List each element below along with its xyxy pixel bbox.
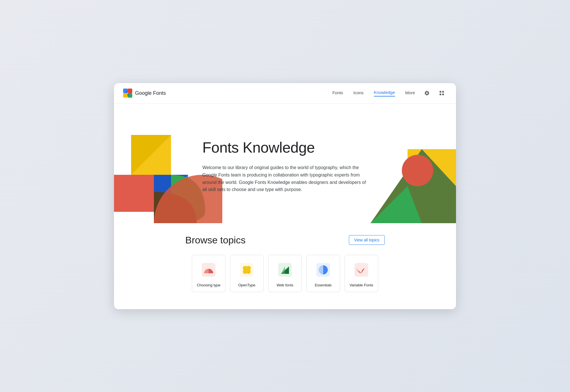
topic-label-opentype: OpenType <box>238 283 255 287</box>
svg-point-16 <box>402 155 433 186</box>
browse-header: Browse topics View all topics <box>185 235 385 246</box>
svg-rect-8 <box>114 175 154 212</box>
topic-icon-choosing-type <box>199 261 218 279</box>
topic-card-choosing-type[interactable]: Choosing type <box>192 255 225 292</box>
svg-rect-18 <box>240 263 254 277</box>
topic-card-web-fonts[interactable]: Web fonts <box>268 255 302 292</box>
grid-icon <box>439 90 445 96</box>
nav-link-knowledge[interactable]: Knowledge <box>374 90 395 97</box>
settings-button[interactable] <box>422 88 432 98</box>
illustration-right <box>370 149 456 223</box>
hero-title: Fonts Knowledge <box>202 139 368 156</box>
topic-cards: Choosing type OpenType <box>137 255 433 292</box>
logo-text: Google Fonts <box>135 90 166 96</box>
nav-link-icons[interactable]: Icons <box>353 90 364 96</box>
topic-label-variable-fonts: Variable Fonts <box>350 283 373 287</box>
hero-description: Welcome to our library of original guide… <box>202 164 368 193</box>
browse-title: Browse topics <box>185 235 246 246</box>
browse-section: Browse topics View all topics Choosing t… <box>114 223 456 309</box>
nav-link-more[interactable]: More <box>405 90 415 96</box>
svg-point-22 <box>246 269 251 274</box>
topic-icon-opentype <box>238 261 256 279</box>
hero-content: Fonts Knowledge Welcome to our library o… <box>202 139 368 193</box>
settings-icon <box>424 90 430 96</box>
topic-label-choosing-type: Choosing type <box>197 283 220 287</box>
topic-card-variable-fonts[interactable]: Variable Fonts <box>345 255 378 292</box>
grid-button[interactable] <box>437 88 447 98</box>
svg-rect-1 <box>128 89 132 93</box>
topic-label-essentials: Essentials <box>315 283 331 287</box>
logo-area[interactable]: Google Fonts <box>123 89 166 98</box>
svg-rect-2 <box>123 93 128 98</box>
browser-window: Google Fonts Fonts Icons Knowledge More <box>114 83 456 309</box>
topic-icon-variable-fonts <box>352 261 370 279</box>
google-fonts-logo <box>123 89 132 98</box>
nav-link-fonts[interactable]: Fonts <box>332 90 343 96</box>
topic-icon-essentials <box>314 261 332 279</box>
nav-icons <box>422 88 447 98</box>
topic-card-essentials[interactable]: Essentials <box>306 255 340 292</box>
view-all-topics-button[interactable]: View all topics <box>349 235 385 245</box>
topic-icon-web-fonts <box>276 261 294 279</box>
navbar: Google Fonts Fonts Icons Knowledge More <box>114 83 456 104</box>
hero-section: Fonts Knowledge Welcome to our library o… <box>114 104 456 223</box>
topic-label-web-fonts: Web fonts <box>277 283 293 287</box>
topic-card-opentype[interactable]: OpenType <box>230 255 264 292</box>
nav-links: Fonts Icons Knowledge More <box>332 90 415 97</box>
